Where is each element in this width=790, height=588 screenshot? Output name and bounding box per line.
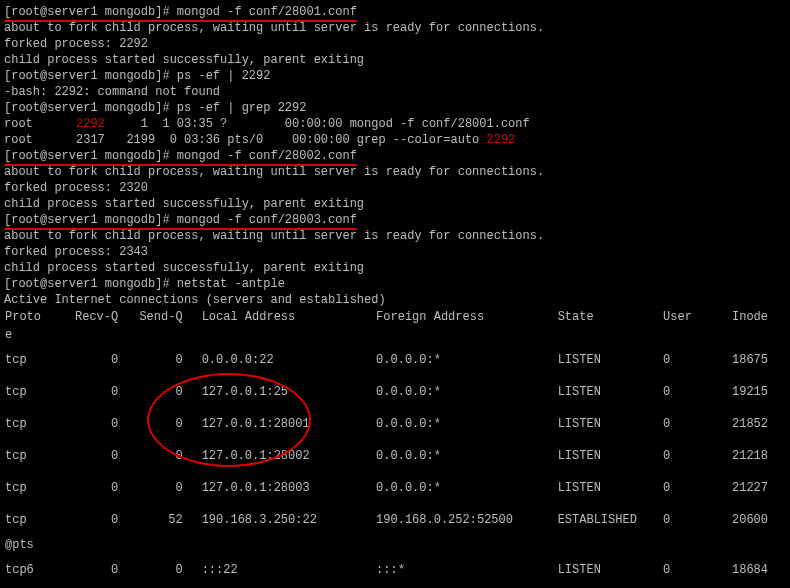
netstat-table-container: Proto Recv-Q Send-Q Local Address Foreig… xyxy=(4,308,786,588)
cmd: mongod -f conf/28003.conf xyxy=(177,213,357,227)
table-cell: LISTEN xyxy=(557,554,662,586)
table-row: tcp000.0.0.0:220.0.0.0:*LISTEN018675 xyxy=(4,344,786,376)
terminal-line: forked process: 2343 xyxy=(4,244,786,260)
table-cell: 0.0.0.0:* xyxy=(375,408,557,440)
table-row-suffix: @pts xyxy=(4,536,786,554)
cmd: netstat -antple xyxy=(177,277,285,291)
ps-pre: root xyxy=(4,117,76,131)
table-cell: :::22 xyxy=(201,554,375,586)
col-state: State xyxy=(557,308,662,326)
terminal-line: forked process: 2292 xyxy=(4,36,786,52)
table-header-row: Proto Recv-Q Send-Q Local Address Foreig… xyxy=(4,308,786,326)
table-cell: 21227 xyxy=(731,472,786,504)
table-cell: 0.0.0.0:22 xyxy=(201,344,375,376)
terminal-line-cmd2: [root@server1 mongodb]# ps -ef | 2292 xyxy=(4,68,786,84)
table-row: tcp00127.0.0.1:280030.0.0.0:*LISTEN02122… xyxy=(4,472,786,504)
table-cell: 20600 xyxy=(731,504,786,536)
table-cell: 0 xyxy=(662,554,731,586)
ps-pre: root 2317 2199 0 03:36 pts/0 00:00:00 gr… xyxy=(4,133,486,147)
table-cell: 190.168.3.250:22 xyxy=(201,504,375,536)
table-cell: LISTEN xyxy=(557,376,662,408)
table-cell: 0 xyxy=(72,376,136,408)
table-cell: 18675 xyxy=(731,344,786,376)
table-cell: 0 xyxy=(72,504,136,536)
terminal-line-cmd4: [root@server1 mongodb]# mongod -f conf/2… xyxy=(4,148,786,164)
table-cell: 0 xyxy=(662,472,731,504)
terminal-line: about to fork child process, waiting unt… xyxy=(4,228,786,244)
terminal-line-cmd3: [root@server1 mongodb]# ps -ef | grep 22… xyxy=(4,100,786,116)
table-cell: 21852 xyxy=(731,408,786,440)
table-row: tcp00127.0.0.1:250.0.0.0:*LISTEN019215 xyxy=(4,376,786,408)
table-cell: 21218 xyxy=(731,440,786,472)
table-row: tcp600:::22:::*LISTEN018684 xyxy=(4,554,786,586)
prompt: [root@server1 mongodb]# xyxy=(4,5,177,19)
table-row: tcp00127.0.0.1:280020.0.0.0:*LISTEN02121… xyxy=(4,440,786,472)
table-cell: LISTEN xyxy=(557,408,662,440)
table-cell: LISTEN xyxy=(557,472,662,504)
col-inode: Inode xyxy=(731,308,786,326)
table-cell: :::* xyxy=(375,554,557,586)
table-cell: tcp xyxy=(4,440,72,472)
table-cell: 127.0.0.1:25 xyxy=(201,376,375,408)
table-row: tcp052190.168.3.250:22190.168.0.252:5250… xyxy=(4,504,786,536)
table-cell: 0 xyxy=(72,344,136,376)
table-cell: 0.0.0.0:* xyxy=(375,344,557,376)
table-cell: 127.0.0.1:28001 xyxy=(201,408,375,440)
table-cell: 0.0.0.0:* xyxy=(375,472,557,504)
terminal-line: child process started successfully, pare… xyxy=(4,52,786,68)
table-cell: 0.0.0.0:* xyxy=(375,376,557,408)
col-proto: Proto xyxy=(4,308,72,326)
netstat-table: Proto Recv-Q Send-Q Local Address Foreig… xyxy=(4,308,786,588)
prompt: [root@server1 mongodb]# xyxy=(4,149,177,163)
table-cell: 0 xyxy=(72,554,136,586)
cmd: ps -ef | grep 2292 xyxy=(177,101,307,115)
table-cell: LISTEN xyxy=(557,344,662,376)
table-cell: ESTABLISHED xyxy=(557,504,662,536)
prompt: [root@server1 mongodb]# xyxy=(4,277,177,291)
table-cell: 0 xyxy=(662,376,731,408)
col-recvq: Recv-Q xyxy=(72,308,136,326)
terminal-line-cmd1: [root@server1 mongodb]# mongod -f conf/2… xyxy=(4,4,786,20)
table-cell: 127.0.0.1:28003 xyxy=(201,472,375,504)
terminal-line: -bash: 2292: command not found xyxy=(4,84,786,100)
terminal-line-cmd6: [root@server1 mongodb]# netstat -antple xyxy=(4,276,786,292)
table-cell: 127.0.0.1:28002 xyxy=(201,440,375,472)
table-cell: tcp xyxy=(4,376,72,408)
col-user: User xyxy=(662,308,731,326)
table-cell: LISTEN xyxy=(557,440,662,472)
terminal-line-cmd5: [root@server1 mongodb]# mongod -f conf/2… xyxy=(4,212,786,228)
table-cell: tcp xyxy=(4,504,72,536)
table-cell: 0 xyxy=(662,440,731,472)
table-cell: 0 xyxy=(72,440,136,472)
table-cell: 0 xyxy=(72,472,136,504)
cmd: mongod -f conf/28002.conf xyxy=(177,149,357,163)
cmd: ps -ef | 2292 xyxy=(177,69,271,83)
terminal-line-ps2: root 2317 2199 0 03:36 pts/0 00:00:00 gr… xyxy=(4,132,786,148)
table-cell: tcp6 xyxy=(4,554,72,586)
terminal-line: child process started successfully, pare… xyxy=(4,196,786,212)
table-cell: 0 xyxy=(136,472,200,504)
col-local: Local Address xyxy=(201,308,375,326)
ps-rest: 1 1 03:35 ? 00:00:00 mongod -f conf/2800… xyxy=(105,117,530,131)
terminal-line-ps1: root 2292 1 1 03:35 ? 00:00:00 mongod -f… xyxy=(4,116,786,132)
table-cell: 0 xyxy=(662,504,731,536)
prompt: [root@server1 mongodb]# xyxy=(4,69,177,83)
table-cell: 0.0.0.0:* xyxy=(375,440,557,472)
table-cell: 0 xyxy=(136,408,200,440)
highlighted-pid: 2292 xyxy=(76,117,105,131)
table-cell: 190.168.0.252:52500 xyxy=(375,504,557,536)
table-cell: tcp xyxy=(4,344,72,376)
table-cell: 0 xyxy=(136,344,200,376)
table-cell: 0 xyxy=(136,554,200,586)
table-cell: @pts xyxy=(4,536,786,554)
col-wrap: e xyxy=(4,326,786,344)
table-cell: tcp xyxy=(4,472,72,504)
table-cell: 0 xyxy=(662,408,731,440)
terminal-line: forked process: 2320 xyxy=(4,180,786,196)
terminal-line: about to fork child process, waiting unt… xyxy=(4,20,786,36)
prompt: [root@server1 mongodb]# xyxy=(4,213,177,227)
cmd: mongod -f conf/28001.conf xyxy=(177,5,357,19)
terminal-line: Active Internet connections (servers and… xyxy=(4,292,786,308)
col-foreign: Foreign Address xyxy=(375,308,557,326)
col-sendq: Send-Q xyxy=(136,308,200,326)
